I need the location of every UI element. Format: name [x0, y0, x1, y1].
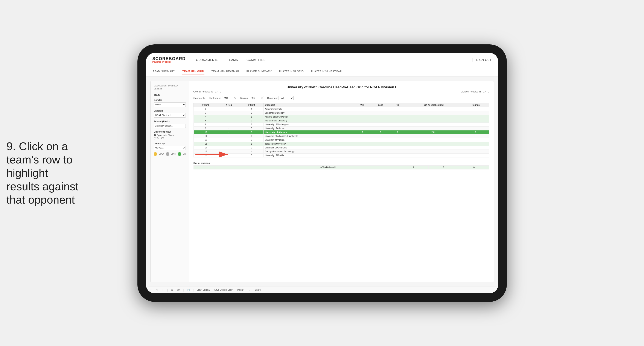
team-label: Team — [154, 93, 186, 96]
out-division-tie: 1 — [398, 165, 428, 169]
col-loss: Loss — [371, 103, 390, 107]
instruction-text: 9. Click on a team's row to highlight re… — [6, 140, 82, 207]
tab-team-summary[interactable]: TEAM SUMMARY — [152, 69, 176, 74]
nav-items: TOURNAMENTS TEAMS COMMITTEE — [194, 57, 472, 63]
division-label: Division — [154, 109, 186, 112]
sidebar-school: School (Rank) University of Nort... — [154, 120, 186, 128]
sub-nav: TEAM SUMMARY TEAM H2H GRID TEAM H2H HEAT… — [146, 67, 498, 77]
nav-teams[interactable]: TEAMS — [227, 57, 238, 63]
logo-title: SCOREBOARD — [152, 56, 186, 61]
filter-region: Region (All) — [240, 96, 264, 100]
tablet-screen: SCOREBOARD Powered by clippi TOURNAMENTS… — [146, 53, 498, 293]
colour-label: Colour by — [154, 142, 186, 145]
tab-player-summary[interactable]: PLAYER SUMMARY — [246, 69, 272, 74]
out-of-division-row[interactable]: NCAA Division II 1 0 0 — [194, 165, 489, 169]
tab-player-h2h-grid[interactable]: PLAYER H2H GRID — [279, 69, 304, 74]
col-diff: Diff Av Strokes/Rnd — [405, 103, 462, 107]
copy-button[interactable]: ⧉ — [170, 288, 174, 292]
table-row[interactable]: 8-2University of Washington — [194, 122, 489, 126]
table-row[interactable]: 14-2University of Oklahoma — [194, 146, 489, 149]
clock-button[interactable]: 🕐 — [186, 288, 191, 292]
out-of-division-title: Out of division — [194, 162, 490, 164]
undo-button[interactable]: ↩ — [149, 288, 153, 292]
export-button[interactable]: ⬡ — [248, 288, 252, 292]
undo2-button[interactable]: ↩ — [161, 288, 165, 292]
table-row[interactable]: 2-1Auburn University — [194, 107, 489, 111]
col-reg: # Reg — [218, 103, 240, 107]
app-panel: Last Updated: 27/03/2024 16:55:38 Team G… — [150, 81, 494, 282]
record-row: Overall Record: 89 - 17 - 0 Division Rec… — [194, 90, 490, 93]
region-filter-select[interactable]: (All) — [249, 96, 264, 100]
data-area: University of North Carolina Head-to-Hea… — [189, 81, 494, 282]
table-row[interactable]: 16-3University of Florida — [194, 153, 489, 157]
opponent-radio-group: Opponents Played Top 100 — [154, 134, 186, 140]
redo-button[interactable]: ↪ — [155, 288, 159, 292]
gender-label: Gender — [154, 99, 186, 101]
h2h-grid-table: # Rank # Reg # Conf Opponent Win Loss Ti… — [194, 103, 490, 157]
logo-subtitle: Powered by clippi — [152, 61, 186, 63]
overall-record: Overall Record: 89 - 17 - 0 — [194, 90, 222, 93]
table-row[interactable]: 4-1Arizona State University — [194, 115, 489, 119]
nav-committee[interactable]: COMMITTEE — [246, 57, 266, 63]
view-original-button[interactable]: View: Original — [196, 288, 211, 292]
tablet-frame: SCOREBOARD Powered by clippi TOURNAMENTS… — [138, 44, 507, 302]
share-button[interactable]: Share — [254, 288, 262, 292]
bottom-toolbar: ↩ ↪ ↩ | ⧉ ⬡+ | 🕐 | View: Original Save C… — [146, 287, 498, 293]
paste-button[interactable]: ⬡+ — [176, 288, 181, 292]
sign-out-button[interactable]: Sign out — [476, 57, 492, 63]
table-row[interactable]: 6-2Florida State University — [194, 119, 489, 122]
table-row[interactable]: 11-6University of Arkansas, Fayetteville — [194, 134, 489, 138]
division-record: Division Record: 88 - 17 - 0 — [460, 90, 489, 93]
radio-top100[interactable]: Top 100 — [154, 137, 186, 140]
last-updated: Last Updated: 27/03/2024 16:55:38 — [154, 84, 186, 90]
school-value[interactable]: University of Nort... — [154, 124, 186, 128]
legend-up-dot — [178, 152, 181, 156]
out-division-rounds: 0 — [459, 165, 489, 169]
conference-filter-select[interactable]: (All) — [222, 96, 237, 100]
col-win: Win — [354, 103, 371, 107]
table-row[interactable]: 15-4Georgia Institute of Technology — [194, 149, 489, 153]
legend-down-dot — [154, 152, 157, 156]
table-row[interactable]: 12-3University of Virginia — [194, 138, 489, 142]
nav-tournaments[interactable]: TOURNAMENTS — [194, 57, 218, 63]
nav-right-area: | Sign out — [472, 58, 492, 62]
instruction-body: Click on a team's row to highlight resul… — [6, 140, 78, 206]
col-tie: Tie — [390, 103, 405, 107]
col-opponent: Opponent — [264, 103, 354, 107]
school-label: School (Rank) — [154, 120, 186, 123]
colour-select[interactable]: Win/loss — [154, 146, 186, 150]
save-custom-view-button[interactable]: Save Custom View — [213, 288, 234, 292]
sidebar-colour: Colour by Win/loss Down Level Up — [154, 142, 186, 156]
col-rank: # Rank — [194, 103, 218, 107]
watch-button[interactable]: Watch ▾ — [236, 288, 246, 292]
logo: SCOREBOARD Powered by clippi — [152, 56, 186, 63]
tab-team-h2h-grid[interactable]: TEAM H2H GRID — [182, 69, 204, 74]
table-row[interactable]: 9-3University of Arizona — [194, 126, 489, 130]
sidebar-gender: Gender Men's — [154, 99, 186, 107]
col-conf: # Conf — [240, 103, 264, 107]
filters-row: Opponents: Conference (All) Region (All) — [194, 96, 490, 100]
radio-opponents-played[interactable]: Opponents Played — [154, 134, 186, 136]
main-content: Last Updated: 27/03/2024 16:55:38 Team G… — [146, 77, 498, 287]
opponent-filter-select[interactable]: (All) — [278, 96, 294, 100]
out-division-label — [194, 165, 215, 169]
out-division-win — [236, 165, 257, 169]
table-row[interactable]: 10-5University of Alabama3002.618 — [194, 130, 489, 134]
tab-player-h2h-heatmap[interactable]: PLAYER H2H HEATMAP — [310, 69, 342, 74]
division-select[interactable]: NCAA Division I — [154, 113, 186, 118]
radio-dot-unselected — [154, 137, 156, 139]
filter-conference: Conference (All) — [209, 96, 237, 100]
col-rounds: Rounds — [462, 103, 489, 107]
filter-opponent: Opponent (All) — [267, 96, 294, 100]
table-row[interactable]: 13-1Texas Tech University — [194, 142, 489, 146]
gender-select[interactable]: Men's — [154, 102, 186, 107]
sidebar-opponent-view: Opponent View Opponents Played Top 100 — [154, 130, 186, 140]
sidebar-team: Team — [154, 93, 186, 96]
radio-dot-selected — [154, 134, 156, 136]
out-of-division: Out of division NCAA Division II 1 0 — [194, 162, 490, 169]
tab-team-h2h-heatmap[interactable]: TEAM H2H HEATMAP — [211, 69, 240, 74]
out-division-loss: NCAA Division II — [257, 165, 398, 169]
legend-row: Down Level Up — [154, 152, 186, 156]
sidebar-division: Division NCAA Division I — [154, 109, 186, 118]
table-row[interactable]: 3-2Vanderbilt University — [194, 111, 489, 115]
